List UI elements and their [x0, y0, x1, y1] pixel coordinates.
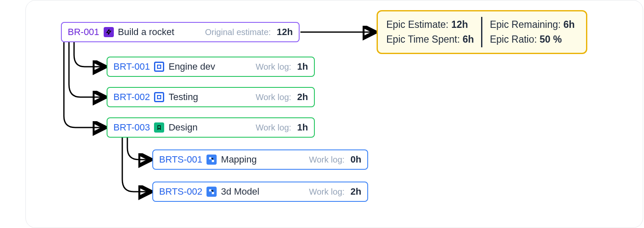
subtask-node[interactable]: BRTS-001 Mapping Work log: 0h: [152, 149, 368, 170]
epic-node[interactable]: BR-001 Build a rocket Original estimate:…: [61, 22, 300, 42]
task-icon: [154, 62, 164, 72]
svg-rect-5: [209, 189, 211, 191]
task-log-value: 1h: [297, 122, 308, 133]
summary-remaining-label: Epic Remaining:: [490, 19, 561, 30]
task-node[interactable]: BRT-003 Design Work log: 1h: [107, 117, 315, 138]
task-id: BRT-002: [113, 92, 150, 103]
task-log-label: Work log:: [243, 123, 291, 133]
task-title: Design: [168, 122, 197, 133]
subtask-log-value: 2h: [350, 186, 361, 197]
task-node[interactable]: BRT-001 Engine dev Work log: 1h: [107, 57, 315, 77]
subtask-log-label: Work log:: [296, 187, 344, 197]
epic-estimate-label: Original estimate:: [192, 27, 271, 37]
task-log-value: 2h: [297, 92, 308, 103]
subtask-id: BRTS-002: [159, 186, 202, 197]
summary-spent-value: 6h: [462, 34, 474, 45]
summary-divider: [481, 17, 482, 47]
task-id: BRT-003: [113, 122, 150, 133]
subtask-icon: [206, 155, 217, 165]
epic-title: Build a rocket: [118, 27, 174, 38]
epic-summary: Epic Estimate: 12h Epic Time Spent: 6h E…: [377, 10, 587, 54]
epic-estimate-value: 12h: [277, 27, 293, 38]
subtask-log-label: Work log:: [296, 155, 344, 165]
summary-estimate-value: 12h: [451, 19, 468, 30]
summary-estimate-label: Epic Estimate:: [386, 19, 449, 30]
task-log-label: Work log:: [243, 62, 291, 72]
task-title: Testing: [168, 92, 198, 103]
task-icon: [154, 92, 164, 102]
subtask-title: Mapping: [221, 154, 256, 165]
subtask-id: BRTS-001: [159, 154, 202, 165]
task-log-value: 1h: [297, 61, 308, 72]
summary-spent-label: Epic Time Spent:: [386, 34, 460, 45]
svg-rect-4: [212, 160, 214, 162]
task-id: BRT-001: [113, 61, 150, 72]
svg-rect-1: [157, 65, 161, 68]
subtask-node[interactable]: BRTS-002 3d Model Work log: 2h: [152, 182, 368, 202]
summary-ratio-value: 50 %: [539, 34, 561, 45]
summary-ratio-label: Epic Ratio:: [490, 34, 537, 45]
svg-rect-2: [157, 95, 161, 99]
task-log-label: Work log:: [243, 92, 291, 102]
task-node[interactable]: BRT-002 Testing Work log: 2h: [107, 87, 315, 107]
subtask-log-value: 0h: [350, 154, 361, 165]
bolt-icon: [104, 27, 114, 37]
summary-remaining-value: 6h: [564, 19, 575, 30]
svg-rect-3: [209, 157, 211, 159]
task-title: Engine dev: [168, 61, 215, 72]
svg-rect-6: [212, 192, 214, 194]
subtask-title: 3d Model: [221, 186, 259, 197]
bookmark-icon: [154, 122, 164, 133]
subtask-icon: [206, 187, 217, 197]
epic-id: BR-001: [68, 27, 99, 38]
